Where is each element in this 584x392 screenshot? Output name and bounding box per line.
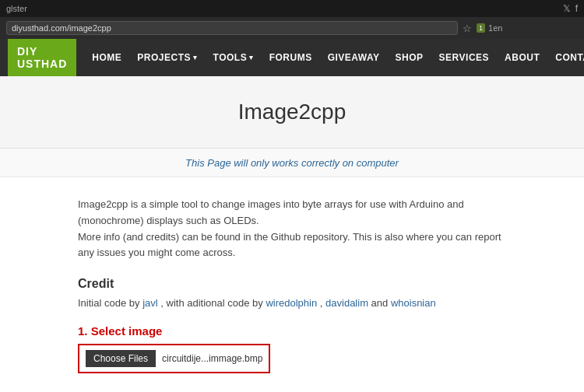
section-number-label: 1. Select image [78, 324, 506, 338]
choose-files-button[interactable]: Choose Files [86, 350, 156, 367]
credit-link-wiredolphin[interactable]: wiredolphin [266, 297, 317, 309]
site-logo[interactable]: DIY USTHAD [8, 39, 76, 76]
top-bar: glster 𝕏 f [0, 0, 584, 17]
file-input-box: Choose Files circuitdije...immage.bmp [78, 344, 270, 373]
credit-text: Initial code by javl , with aditional co… [78, 297, 506, 309]
chevron-down-icon: ▾ [193, 54, 198, 61]
comma: , [320, 297, 325, 309]
nav-home[interactable]: HOME [84, 39, 129, 76]
page-title-area: Image2cpp [0, 76, 584, 149]
nav-tools[interactable]: TOOLS ▾ [206, 39, 262, 76]
bookmark-icon[interactable]: ☆ [463, 23, 472, 34]
nav-about[interactable]: ABOUT [497, 39, 547, 76]
nav-giveaway[interactable]: GIVEAWAY [320, 39, 388, 76]
nav-forums[interactable]: FORUMS [262, 39, 320, 76]
nav-menu: HOME PROJECTS ▾ TOOLS ▾ FORUMS GIVEAWAY … [84, 39, 584, 76]
browser-addon-icons: 1 1en [477, 23, 502, 33]
page-title: Image2cpp [16, 100, 568, 124]
main-content: Image2cpp is a simple tool to change ima… [0, 177, 584, 392]
main-navigation: DIY USTHAD HOME PROJECTS ▾ TOOLS ▾ FORUM… [0, 39, 584, 76]
credit-link-davidalim[interactable]: davidalim [325, 297, 368, 309]
description-block: Image2cpp is a simple tool to change ima… [78, 197, 506, 261]
nav-services[interactable]: SERVICES [431, 39, 497, 76]
description-line1: Image2cpp is a simple tool to change ima… [78, 197, 506, 229]
notice-text: This Page will only works correctly on c… [185, 157, 399, 169]
addon-icon: 1 [477, 23, 485, 33]
credit-link-javl[interactable]: javl [142, 297, 158, 309]
notice-bar: This Page will only works correctly on c… [0, 149, 584, 177]
credit-section: Credit Initial code by javl , with aditi… [78, 277, 506, 309]
social-icons: 𝕏 f [563, 3, 578, 14]
nav-contact[interactable]: CONTACT [547, 39, 584, 76]
credit-title: Credit [78, 277, 506, 291]
addon-label: 1en [488, 23, 502, 33]
nav-shop[interactable]: SHOP [388, 39, 431, 76]
nav-projects[interactable]: PROJECTS ▾ [129, 39, 205, 76]
and-text: and [371, 297, 391, 309]
select-image-section: 1. Select image Choose Files circuitdije… [78, 324, 506, 373]
twitter-icon[interactable]: 𝕏 [563, 3, 571, 14]
file-name-display: circuitdije...immage.bmp [162, 353, 262, 364]
credit-link-whoisnian[interactable]: whoisnian [391, 297, 436, 309]
facebook-icon[interactable]: f [575, 3, 578, 14]
url-input[interactable] [6, 21, 458, 35]
description-line2: More info (and credits) can be found in … [78, 229, 506, 262]
username-label: glster [6, 4, 27, 13]
chevron-down-icon: ▾ [249, 54, 254, 61]
address-bar: ☆ 1 1en [0, 17, 584, 39]
